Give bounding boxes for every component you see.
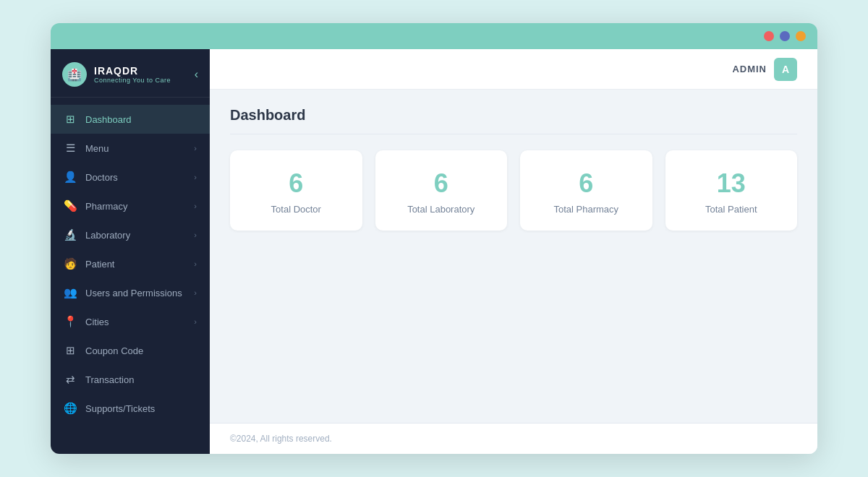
sidebar-item-dashboard[interactable]: ⊞ Dashboard [51, 105, 210, 134]
page-body: Dashboard 6 Total Doctor 6 Total Laborat… [210, 90, 817, 423]
sidebar-nav: ⊞ Dashboard ☰ Menu › 👤 Doctors [51, 98, 210, 454]
avatar[interactable]: A [774, 58, 797, 81]
coupon-icon: ⊞ [64, 344, 77, 357]
sidebar-item-patient[interactable]: 🧑 Patient › [51, 249, 210, 278]
supports-icon: 🌐 [64, 402, 77, 415]
users-icon: 👥 [64, 286, 77, 299]
chevron-right-icon: › [194, 173, 197, 181]
logo-subtitle: Connecting You to Care [94, 77, 171, 84]
footer-text: ©2024, All rights reserved. [230, 434, 332, 444]
stat-number-patient: 13 [717, 171, 746, 197]
logo-title: IRAQDR [94, 65, 171, 77]
sidebar-label-menu: Menu [85, 143, 109, 154]
sidebar-collapse-button[interactable]: ‹ [195, 68, 198, 81]
logo-icon: 🏥 [62, 62, 87, 87]
sidebar-label-doctors: Doctors [85, 172, 118, 183]
maximize-dot[interactable] [796, 31, 806, 41]
stat-number-doctor: 6 [289, 171, 303, 197]
sidebar-label-dashboard: Dashboard [85, 114, 132, 125]
laboratory-icon: 🔬 [64, 228, 77, 241]
chevron-right-icon: › [194, 288, 197, 297]
dashboard-icon: ⊞ [64, 113, 77, 126]
stat-card-laboratory: 6 Total Laboratory [375, 150, 508, 231]
sidebar-logo: 🏥 IRAQDR Connecting You to Care ‹ [51, 49, 210, 98]
close-dot[interactable] [764, 31, 774, 41]
transaction-icon: ⇄ [64, 373, 77, 386]
sidebar-item-coupon[interactable]: ⊞ Coupon Code [51, 336, 210, 365]
sidebar-item-pharmacy[interactable]: 💊 Pharmacy › [51, 192, 210, 220]
footer: ©2024, All rights reserved. [210, 423, 817, 454]
stat-label-doctor: Total Doctor [271, 204, 321, 215]
minimize-dot[interactable] [780, 31, 790, 41]
sidebar-label-cities: Cities [85, 317, 109, 327]
sidebar-label-transaction: Transaction [85, 374, 134, 385]
pharmacy-icon: 💊 [64, 199, 77, 212]
sidebar-item-users-permissions[interactable]: 👥 Users and Permissions › [51, 278, 210, 307]
stat-number-laboratory: 6 [434, 171, 448, 197]
user-label: ADMIN [732, 64, 767, 74]
stat-card-pharmacy: 6 Total Pharmacy [520, 150, 652, 231]
stat-card-patient: 13 Total Patient [665, 150, 798, 231]
chevron-right-icon: › [194, 317, 197, 326]
main-content: ADMIN A Dashboard 6 Total Doctor 6 [210, 49, 817, 454]
stat-label-pharmacy: Total Pharmacy [553, 204, 618, 215]
user-info: ADMIN A [732, 58, 797, 81]
stat-label-laboratory: Total Laboratory [407, 204, 475, 215]
sidebar-item-cities[interactable]: 📍 Cities › [51, 307, 210, 336]
logo-text: IRAQDR Connecting You to Care [94, 65, 171, 84]
stat-card-doctor: 6 Total Doctor [230, 150, 362, 231]
stat-number-pharmacy: 6 [579, 171, 593, 197]
page-title: Dashboard [230, 107, 797, 134]
chevron-right-icon: › [194, 202, 197, 210]
browser-window: 🏥 IRAQDR Connecting You to Care ‹ ⊞ Dash… [51, 23, 817, 454]
sidebar-label-users: Users and Permissions [85, 288, 182, 298]
sidebar-item-transaction[interactable]: ⇄ Transaction [51, 365, 210, 394]
sidebar: 🏥 IRAQDR Connecting You to Care ‹ ⊞ Dash… [51, 49, 210, 454]
sidebar-item-menu[interactable]: ☰ Menu › [51, 134, 210, 163]
cities-icon: 📍 [64, 315, 77, 328]
sidebar-label-supports: Supports/Tickets [85, 403, 155, 414]
chevron-right-icon: › [194, 259, 197, 268]
doctors-icon: 👤 [64, 171, 77, 184]
chevron-right-icon: › [194, 231, 197, 239]
top-bar: ADMIN A [210, 49, 817, 90]
sidebar-item-doctors[interactable]: 👤 Doctors › [51, 163, 210, 192]
sidebar-label-laboratory: Laboratory [85, 230, 130, 241]
sidebar-label-pharmacy: Pharmacy [85, 201, 128, 212]
sidebar-label-patient: Patient [85, 259, 114, 270]
stat-label-patient: Total Patient [705, 204, 757, 215]
app-container: 🏥 IRAQDR Connecting You to Care ‹ ⊞ Dash… [51, 49, 817, 454]
sidebar-label-coupon: Coupon Code [85, 345, 143, 356]
patient-icon: 🧑 [64, 257, 77, 270]
sidebar-item-laboratory[interactable]: 🔬 Laboratory › [51, 220, 210, 249]
logo-left: 🏥 IRAQDR Connecting You to Care [62, 62, 171, 87]
sidebar-item-supports[interactable]: 🌐 Supports/Tickets [51, 394, 210, 423]
chevron-right-icon: › [194, 144, 197, 152]
menu-icon: ☰ [64, 142, 77, 155]
stats-grid: 6 Total Doctor 6 Total Laboratory 6 Tota… [230, 150, 797, 231]
browser-titlebar [51, 23, 817, 49]
